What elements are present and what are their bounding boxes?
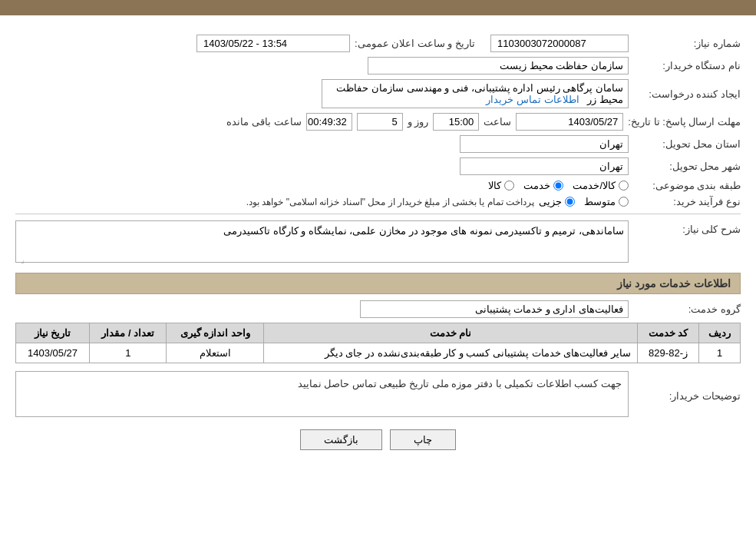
type-radio-goods-service: کالا/خدمت — [573, 180, 629, 191]
type-radio-group: کالا/خدمت خدمت کالا — [488, 180, 629, 191]
purchase-type-medium: متوسط — [584, 196, 629, 207]
purchase-type-radio-group: متوسط جزیی — [539, 196, 629, 207]
purchase-type-small-input[interactable] — [565, 197, 575, 207]
deadline-time: 15:00 — [433, 113, 479, 131]
row-need-number: شماره نیاز: 1103003072000087 تاریخ و ساع… — [15, 35, 741, 52]
service-group-value: فعالیت‌های اداری و خدمات پشتیبانی — [360, 300, 629, 318]
deadline-date: 1403/05/27 — [516, 113, 623, 131]
buyer-desc-value: جهت کسب اطلاعات تکمیلی با دفتر موزه ملی … — [15, 371, 629, 417]
need-number-field: شماره نیاز: 1103003072000087 — [490, 35, 741, 52]
cell-unit: استعلام — [167, 343, 264, 363]
table-row: 1 ز-82-829 سایر فعالیت‌های خدمات پشتیبان… — [16, 343, 741, 363]
col-row-num: ردیف — [699, 323, 741, 343]
col-date: تاریخ نیاز — [16, 323, 90, 343]
deadline-remaining-label: ساعت باقی مانده — [226, 116, 301, 128]
creator-label: ایجاد کننده درخواست: — [633, 88, 741, 100]
support-text: سامان پرگاهی رئیس اداره پشتیبانی، فنی و … — [336, 82, 623, 105]
org-row: نام دستگاه خریدار: سازمان حفاظت محیط زیس… — [15, 57, 741, 75]
print-button[interactable]: چاپ — [390, 429, 456, 450]
buyer-desc-row: توضیحات خریدار: جهت کسب اطلاعات تکمیلی ب… — [15, 371, 741, 417]
table-body: 1 ز-82-829 سایر فعالیت‌های خدمات پشتیبان… — [16, 343, 741, 363]
divider-1 — [15, 214, 741, 214]
org-value: سازمان حفاظت محیط زیست — [368, 57, 629, 75]
cell-date: 1403/05/27 — [16, 343, 90, 363]
deadline-day-label: روز و — [408, 116, 429, 128]
back-button[interactable]: بازگشت — [300, 429, 382, 450]
type-label: طبقه بندی موضوعی: — [633, 180, 741, 191]
col-service-code: کد خدمت — [637, 323, 698, 343]
org-label: نام دستگاه خریدار: — [633, 60, 741, 71]
need-number-value: 1103003072000087 — [490, 35, 629, 52]
content-area: شماره نیاز: 1103003072000087 تاریخ و ساع… — [0, 15, 756, 474]
creator-value: سامان پرگاهی رئیس اداره پشتیبانی، فنی و … — [322, 79, 629, 108]
creator-row: ایجاد کننده درخواست: سامان پرگاهی رئیس ا… — [15, 79, 741, 108]
datetime-field: تاریخ و ساعت اعلان عمومی: 1403/05/22 - 1… — [196, 35, 475, 52]
purchase-type-medium-input[interactable] — [619, 197, 629, 207]
page-wrapper: شماره نیاز: 1103003072000087 تاریخ و ساع… — [0, 0, 756, 540]
cell-service-name: سایر فعالیت‌های خدمات پشتیبانی کسب و کار… — [264, 343, 638, 363]
type-radio-goods-service-input[interactable] — [619, 181, 629, 190]
city-row: شهر محل تحویل: تهران — [15, 157, 741, 175]
cell-service-code: ز-82-829 — [637, 343, 698, 363]
province-label: استان محل تحویل: — [633, 138, 741, 150]
purchase-type-small: جزیی — [539, 196, 575, 207]
deadline-label: مهلت ارسال پاسخ: تا تاریخ: — [628, 116, 741, 128]
service-group-row: گروه خدمت: فعالیت‌های اداری و خدمات پشتی… — [15, 300, 741, 318]
col-service-name: نام خدمت — [264, 323, 638, 343]
service-info-header: اطلاعات خدمات مورد نیاز — [15, 273, 741, 294]
type-radio-goods-service-label: کالا/خدمت — [573, 180, 616, 191]
type-radio-service-input[interactable] — [553, 181, 563, 190]
description-textarea[interactable] — [15, 220, 629, 263]
city-label: شهر محل تحویل: — [633, 161, 741, 172]
buyer-desc-label: توضیحات خریدار: — [633, 387, 741, 402]
description-wrapper: ⌟ — [15, 220, 629, 265]
buyer-desc-wrapper: جهت کسب اطلاعات تکمیلی با دفتر موزه ملی … — [15, 371, 629, 417]
purchase-note: پرداخت تمام یا بخشی از مبلغ خریدار از مح… — [246, 197, 534, 207]
resize-handle: ⌟ — [17, 256, 25, 263]
service-group-label: گروه خدمت: — [633, 303, 741, 315]
city-value: تهران — [460, 157, 629, 175]
purchase-type-row: نوع فرآیند خرید: متوسط جزیی پرداخت تمام … — [15, 196, 741, 207]
deadline-row: مهلت ارسال پاسخ: تا تاریخ: 1403/05/27 سا… — [15, 113, 741, 131]
datetime-value: 1403/05/22 - 13:54 — [196, 35, 350, 52]
col-unit: واحد اندازه گیری — [167, 323, 264, 343]
cell-row-num: 1 — [699, 343, 741, 363]
type-radio-goods-label: کالا — [488, 180, 501, 191]
deadline-time-label: ساعت — [484, 116, 511, 128]
page-header — [0, 0, 756, 15]
purchase-type-small-label: جزیی — [539, 196, 562, 207]
type-radio-goods: کالا — [488, 180, 514, 191]
need-number-label: شماره نیاز: — [633, 38, 741, 49]
type-radio-service: خدمت — [523, 180, 563, 191]
support-link[interactable]: اطلاعات تماس خریدار — [486, 94, 579, 105]
type-radio-service-label: خدمت — [523, 180, 550, 191]
description-textarea-wrapper: ⌟ — [15, 220, 629, 265]
province-value: تهران — [460, 135, 629, 153]
button-row: چاپ بازگشت — [15, 429, 741, 462]
description-row: شرح کلی نیاز: ⌟ — [15, 220, 741, 265]
province-row: استان محل تحویل: تهران — [15, 135, 741, 153]
purchase-type-medium-label: متوسط — [584, 196, 616, 207]
description-label: شرح کلی نیاز: — [633, 220, 741, 235]
col-qty: تعداد / مقدار — [90, 323, 167, 343]
deadline-remaining: 00:49:32 — [306, 113, 352, 131]
purchase-type-label: نوع فرآیند خرید: — [633, 196, 741, 207]
type-row: طبقه بندی موضوعی: کالا/خدمت خدمت کالا — [15, 180, 741, 191]
cell-qty: 1 — [90, 343, 167, 363]
datetime-label: تاریخ و ساعت اعلان عمومی: — [355, 38, 475, 49]
deadline-days: 5 — [357, 113, 403, 131]
services-table: ردیف کد خدمت نام خدمت واحد اندازه گیری ت… — [15, 323, 741, 363]
type-radio-goods-input[interactable] — [504, 181, 514, 190]
table-header-row: ردیف کد خدمت نام خدمت واحد اندازه گیری ت… — [16, 323, 741, 343]
